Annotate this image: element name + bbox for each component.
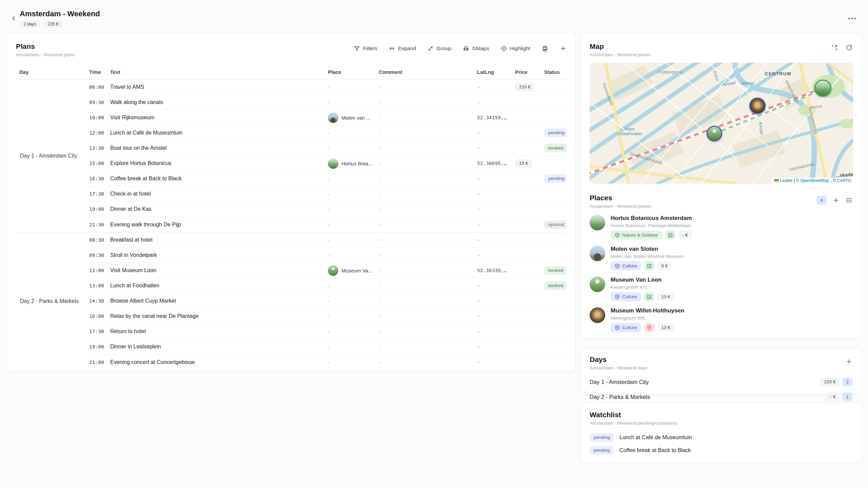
- row-time: 16:00: [86, 313, 107, 319]
- highlight-icon: [501, 45, 507, 52]
- row-latlng: -: [474, 206, 512, 212]
- map-refresh-button[interactable]: [846, 44, 852, 51]
- add-place-button[interactable]: [833, 197, 840, 204]
- row-place: -: [324, 84, 375, 90]
- table-row[interactable]: 16:00Relax by the canal near De Plantage…: [86, 309, 567, 324]
- column-header: Text: [107, 69, 324, 75]
- table-row[interactable]: 21:00Evening concert at Concertgebouw---: [86, 354, 567, 370]
- table-row[interactable]: 15:00Explore Hortus BotanicusHortus Bota…: [86, 156, 567, 171]
- row-comment: -: [375, 344, 474, 350]
- row-latlng: -: [474, 283, 512, 288]
- attrib-separator: |: [794, 178, 795, 183]
- row-place[interactable]: Museum Va...: [324, 265, 375, 276]
- row-place: -: [324, 359, 375, 365]
- table-row[interactable]: 16:30Coffee break at Back to Black---pen…: [86, 171, 567, 186]
- row-time: 13:00: [86, 283, 107, 288]
- watchlist-text: Lunch at Café de Museumtuin: [619, 434, 692, 441]
- map-fullscreen-button[interactable]: [831, 44, 838, 51]
- row-place[interactable]: Molen van ...: [324, 113, 375, 123]
- more-menu-button[interactable]: [846, 14, 858, 22]
- row-text: Walk along the canals: [107, 99, 324, 105]
- map-marker-garden[interactable]: [707, 126, 722, 141]
- map-label: Amstel: [741, 81, 754, 86]
- toolbar-gmaps-button[interactable]: GMaps: [463, 45, 489, 52]
- back-button[interactable]: [8, 13, 19, 24]
- toolbar-group-button[interactable]: Group: [428, 45, 451, 52]
- table-row[interactable]: 21:30Evening walk through De Pijp---opti…: [86, 217, 567, 232]
- row-place: -: [324, 252, 375, 258]
- row-place: -: [324, 329, 375, 334]
- plus-icon: [560, 45, 567, 52]
- days-title: Days: [590, 355, 647, 364]
- place-item[interactable]: Museum Willet-HolthuysenHerengracht 605C…: [590, 307, 852, 332]
- table-row[interactable]: 19:00Dinner in Leidseplein---: [86, 339, 567, 354]
- toolbar-filters-button[interactable]: Filters: [354, 45, 377, 52]
- table-row[interactable]: 13:00Lunch at Foodhallen---booked: [86, 278, 567, 293]
- place-photo: [590, 307, 605, 323]
- osm-link[interactable]: © OpenStreetMap: [796, 178, 829, 183]
- table-row[interactable]: 17:30Check-in at hotel---: [86, 186, 567, 202]
- day-group: Day 1 - Amsterdam City06:00Travel to AMS…: [16, 80, 567, 232]
- place-item[interactable]: Hortus Botanicus AmsterdamHortus Botanic…: [590, 215, 852, 240]
- chevron-left-icon: [10, 15, 17, 22]
- map-canvas[interactable]: KrijtbergbrugRokinCENTRUMAmstelAmstelWat…: [590, 63, 853, 184]
- place-price-badge: 5 €: [657, 262, 672, 270]
- map-marker-interior[interactable]: [749, 98, 766, 114]
- table-row[interactable]: 09:30Walk along the canals---: [86, 95, 567, 110]
- row-latlng: 52.36339,…: [474, 268, 512, 273]
- day-list-item[interactable]: Day 1 - Amsterdam City225 €2: [590, 374, 852, 389]
- toolbar-highlight-button[interactable]: Highlight: [501, 45, 530, 52]
- table-row[interactable]: 10:00Visit RijksmuseumMolen van ...-52.3…: [86, 110, 567, 125]
- places-list: Hortus Botanicus AmsterdamHortus Botanic…: [590, 215, 852, 332]
- price-badge: 210 €: [515, 83, 535, 92]
- add-plan-button[interactable]: [560, 45, 567, 52]
- row-comment: -: [375, 160, 474, 166]
- table-row[interactable]: 14:30Browse Albert Cuyp Market---: [86, 293, 567, 309]
- status-badge: booked: [544, 144, 567, 152]
- watchlist-item[interactable]: pendingCoffee break at Back to Black: [590, 444, 852, 457]
- top-header: Amsterdam - Weekend 2 days 225 €: [0, 0, 868, 33]
- row-comment: -: [375, 191, 474, 197]
- carto-link[interactable]: © CARTO: [833, 178, 851, 183]
- status-badge: pending: [544, 174, 567, 183]
- plans-title: Plans: [16, 42, 75, 50]
- day-group-label: Day 1 - Amsterdam City: [16, 80, 86, 232]
- row-latlng: -: [474, 176, 512, 181]
- row-place[interactable]: Hortus Bota...: [324, 158, 375, 169]
- row-comment: -: [375, 206, 474, 212]
- toolbar-expand-button[interactable]: Expand: [389, 45, 416, 52]
- row-place: -: [324, 283, 375, 289]
- row-comment: -: [375, 283, 474, 289]
- place-item[interactable]: Molen van SlotenMolen van Sloten Windmil…: [590, 246, 852, 270]
- table-row[interactable]: 19:00Dinner at De Kas---: [86, 202, 567, 217]
- status-badge: booked: [544, 281, 567, 290]
- table-row[interactable]: 11:00Visit Museum LoonMuseum Va...-52.36…: [86, 263, 567, 278]
- row-comment: -: [375, 130, 474, 136]
- row-latlng: -: [474, 237, 512, 243]
- row-status: pending: [541, 174, 567, 183]
- map-label: Krijtbergbrug: [658, 70, 683, 75]
- place-address: Herengracht 605: [611, 316, 852, 321]
- place-address: Molen van Sloten Windmill Museum: [611, 254, 852, 259]
- table-row[interactable]: 12:00Lunch at Café de Museumtuin---pendi…: [86, 125, 567, 141]
- watchlist-items: pendingLunch at Café de Museumtuinpendin…: [590, 431, 852, 457]
- plus-icon: [846, 358, 852, 365]
- table-row[interactable]: 09:30Stroll in Vondelpark---: [86, 248, 567, 263]
- place-item[interactable]: Museum Van LoonKeizersgracht 672Culture1…: [590, 277, 852, 301]
- map-marker-hortus[interactable]: [814, 80, 831, 97]
- row-text: Dinner in Leidseplein: [107, 344, 324, 350]
- table-row[interactable]: 13:30Boat tour on the Amstel---booked: [86, 141, 567, 156]
- add-day-button[interactable]: [846, 355, 852, 365]
- table-row[interactable]: 08:30Breakfast at hotel---: [86, 232, 567, 248]
- day-list-item[interactable]: Day 2 - Parks & Markets- €1: [590, 389, 852, 404]
- table-row[interactable]: 17:30Return to hotel---: [86, 324, 567, 339]
- row-time: 15:00: [86, 161, 107, 166]
- watchlist-item[interactable]: pendingLunch at Café de Museumtuin: [590, 431, 852, 444]
- print-button[interactable]: [542, 45, 548, 52]
- row-place: -: [324, 298, 375, 304]
- row-time: 09:30: [86, 252, 107, 258]
- table-row[interactable]: 06:00Travel to AMS---210 €: [86, 80, 567, 95]
- row-comment: -: [375, 313, 474, 319]
- leaflet-link[interactable]: Leaflet: [780, 178, 792, 183]
- places-list-view-button[interactable]: [846, 197, 852, 204]
